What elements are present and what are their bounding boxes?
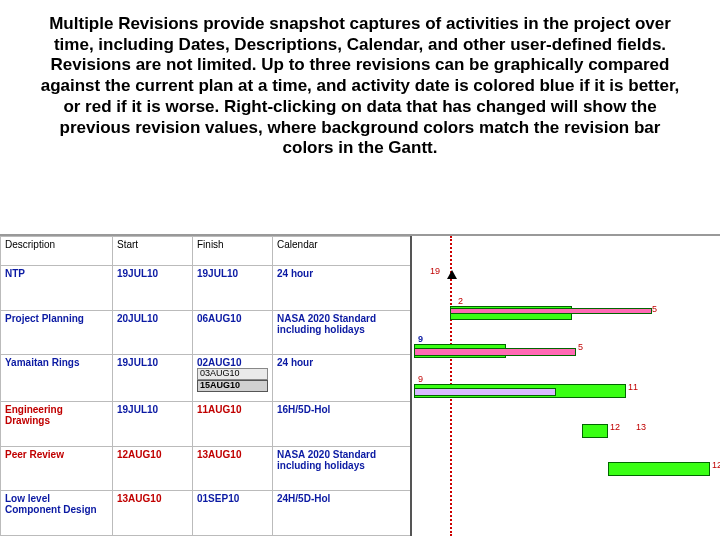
cell-cal[interactable]: NASA 2020 Standard including holidays: [273, 446, 411, 491]
cell-start[interactable]: 12AUG10: [113, 446, 193, 491]
col-start[interactable]: Start: [113, 237, 193, 266]
finish-rev2: 15AUG10: [197, 380, 268, 392]
gantt-bar[interactable]: [608, 462, 710, 476]
table-row[interactable]: Low level Component Design 13AUG10 01SEP…: [1, 491, 411, 536]
gantt-label: 9: [418, 374, 423, 384]
cell-start[interactable]: 19JUL10: [113, 266, 193, 311]
gantt-label: 11: [628, 382, 638, 392]
cell-cal[interactable]: 24H/5D-Hol: [273, 491, 411, 536]
gantt-bar-rev[interactable]: [414, 348, 576, 356]
gantt-bar-rev[interactable]: [450, 308, 652, 314]
cell-cal[interactable]: NASA 2020 Standard including holidays: [273, 310, 411, 355]
cell-start[interactable]: 20JUL10: [113, 310, 193, 355]
finish-current: 02AUG10: [197, 357, 268, 368]
cell-finish[interactable]: 11AUG10: [193, 402, 273, 447]
cell-start[interactable]: 19JUL10: [113, 402, 193, 447]
milestone-icon[interactable]: [447, 270, 457, 279]
gantt-bar[interactable]: [582, 424, 608, 438]
cell-finish[interactable]: 01SEP10: [193, 491, 273, 536]
cell-desc[interactable]: Low level Component Design: [1, 491, 113, 536]
cell-cal[interactable]: 16H/5D-Hol: [273, 402, 411, 447]
cell-finish[interactable]: 19JUL10: [193, 266, 273, 311]
gantt-bar-rev[interactable]: [414, 388, 556, 396]
gantt-label: 5: [652, 304, 657, 314]
gantt-label: 19: [430, 266, 440, 276]
revision-grid: Description Start Finish Calendar NTP 19…: [0, 234, 720, 536]
finish-rev1: 03AUG10: [197, 368, 268, 380]
gantt-label: 9: [418, 334, 423, 344]
gantt-label: 2: [458, 296, 463, 306]
table-header-row: Description Start Finish Calendar: [1, 237, 411, 266]
cell-desc[interactable]: Yamaitan Rings: [1, 355, 113, 402]
table-row[interactable]: Yamaitan Rings 19JUL10 02AUG10 03AUG10 1…: [1, 355, 411, 402]
table-row[interactable]: Engineering Drawings 19JUL10 11AUG10 16H…: [1, 402, 411, 447]
cell-cal[interactable]: 24 hour: [273, 266, 411, 311]
cell-cal[interactable]: 24 hour: [273, 355, 411, 402]
col-calendar[interactable]: Calendar: [273, 237, 411, 266]
cell-desc[interactable]: Peer Review: [1, 446, 113, 491]
activity-table[interactable]: Description Start Finish Calendar NTP 19…: [0, 236, 411, 536]
cell-finish[interactable]: 06AUG10: [193, 310, 273, 355]
col-finish[interactable]: Finish: [193, 237, 273, 266]
gantt-chart[interactable]: 19 2 5 9 5 9 11 12 13 12: [410, 236, 720, 536]
description-text: Multiple Revisions provide snapshot capt…: [0, 0, 720, 165]
gantt-label: 12: [610, 422, 620, 432]
col-description[interactable]: Description: [1, 237, 113, 266]
cell-start[interactable]: 19JUL10: [113, 355, 193, 402]
cell-finish[interactable]: 13AUG10: [193, 446, 273, 491]
table-row[interactable]: Project Planning 20JUL10 06AUG10 NASA 20…: [1, 310, 411, 355]
cell-desc[interactable]: NTP: [1, 266, 113, 311]
gantt-label: 5: [578, 342, 583, 352]
table-row[interactable]: Peer Review 12AUG10 13AUG10 NASA 2020 St…: [1, 446, 411, 491]
table-row[interactable]: NTP 19JUL10 19JUL10 24 hour: [1, 266, 411, 311]
cell-start[interactable]: 13AUG10: [113, 491, 193, 536]
cell-desc[interactable]: Engineering Drawings: [1, 402, 113, 447]
gantt-label: 12: [712, 460, 720, 470]
cell-finish[interactable]: 02AUG10 03AUG10 15AUG10: [193, 355, 273, 402]
cell-desc[interactable]: Project Planning: [1, 310, 113, 355]
gantt-label: 13: [636, 422, 646, 432]
